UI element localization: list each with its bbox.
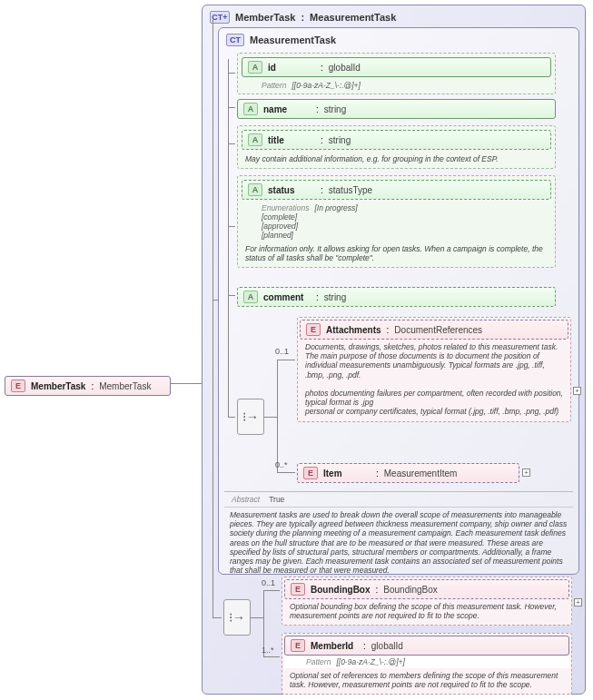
connector <box>277 360 295 360</box>
sequence-indicator: ⁝→ <box>223 599 251 636</box>
element-badge: E <box>306 323 321 336</box>
connector <box>212 617 222 618</box>
element-badge: E <box>11 380 25 392</box>
root-name: MemberTask <box>31 381 85 391</box>
connector <box>228 417 235 418</box>
expand-toggle[interactable]: + <box>573 387 581 395</box>
element-badge: E <box>291 583 305 596</box>
connector <box>212 300 218 301</box>
connector <box>228 107 235 108</box>
sequence-indicator: ⁝→ <box>237 399 264 435</box>
inner-complex-type: CT MeasurementTask A id: globalId Patter… <box>218 27 579 575</box>
attr-status: A status: statusType Enumerations[In pro… <box>235 173 558 270</box>
connector <box>263 590 280 591</box>
attribute-badge: A <box>243 291 258 303</box>
attribute-badge: A <box>248 61 262 74</box>
connector <box>251 617 263 618</box>
element-badge: E <box>291 639 305 652</box>
attribute-badge: A <box>248 183 262 196</box>
connector <box>277 360 278 473</box>
connector <box>277 472 295 473</box>
sequence-icon: ⁝→ <box>242 409 259 424</box>
expand-toggle[interactable]: + <box>522 468 530 477</box>
inner-header: CT MeasurementTask <box>222 32 575 48</box>
cardinality: 1..* <box>262 646 274 655</box>
outer-name: MemberTask <box>235 12 295 23</box>
connector <box>212 20 213 617</box>
outer-header: CT+ MemberTask : MeasurementTask <box>206 9 581 25</box>
attr-id: A id: globalId Pattern[[0-9a-zA-Z_\-:.@]… <box>235 51 558 96</box>
abstract-section: AbstractTrue Measurement tasks are used … <box>224 491 573 577</box>
outer-type: MeasurementTask <box>310 12 396 23</box>
connector <box>228 73 235 74</box>
cardinality: 0..1 <box>275 347 289 356</box>
connector <box>228 143 235 144</box>
elem-memberid: E MemberId: globalId Pattern[[0-9a-zA-Z_… <box>282 633 572 695</box>
root-element: E MemberTask : MemberTask <box>5 376 171 396</box>
cardinality: 0..1 <box>262 578 275 587</box>
attr-comment: A comment: string <box>235 285 558 309</box>
attr-name: A name: string <box>235 97 558 121</box>
root-type: MemberTask <box>99 381 151 391</box>
elem-attachments: E Attachments: DocumentReferences Docume… <box>297 317 571 422</box>
sequence-icon: ⁝→ <box>229 610 245 625</box>
elem-item: E Item: MeasurementItem <box>297 463 519 483</box>
connector <box>228 226 235 227</box>
attribute-badge: A <box>243 103 258 115</box>
ct-badge: CT <box>226 34 244 46</box>
connector <box>228 59 229 418</box>
element-badge: E <box>303 467 318 479</box>
cardinality: 0..* <box>275 460 288 469</box>
connector <box>264 417 277 418</box>
connector <box>171 383 202 384</box>
ct-name: MeasurementTask <box>250 35 336 45</box>
elem-boundingbox: E BoundingBox: BoundingBox Optional boun… <box>282 577 572 626</box>
member-task-element: E MemberTask : MemberTask <box>5 376 171 396</box>
attr-title: A title: string May contain additional i… <box>235 123 558 171</box>
connector <box>228 295 235 296</box>
attribute-badge: A <box>248 133 262 146</box>
expand-toggle[interactable]: + <box>574 598 582 606</box>
connector <box>263 656 280 657</box>
